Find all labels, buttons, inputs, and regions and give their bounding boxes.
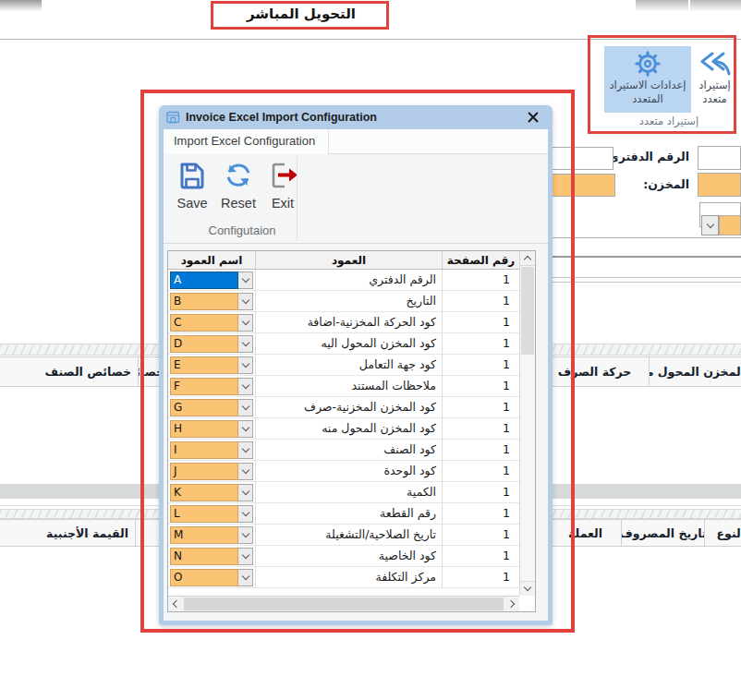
combo-dropdown-button[interactable] [238,399,253,416]
column-name-cell[interactable]: الرقم الدفتري [256,270,443,290]
combo-field[interactable]: G [170,399,238,416]
page-number-cell[interactable]: 1 [443,567,519,587]
combo-dropdown-button[interactable] [701,215,719,235]
column-name-cell[interactable]: تاريخ الصلاحية/التشغيلة [256,525,443,545]
page-number-cell[interactable]: 1 [443,333,519,354]
column-name-cell[interactable]: كود الوحدة [256,461,443,481]
column-letter-combo[interactable]: B [168,291,256,311]
combo-field[interactable]: B [170,293,238,310]
column-letter-combo[interactable]: G [168,397,256,417]
tab-import-excel-configuration[interactable]: Import Excel Configuration [164,129,329,154]
combo-field[interactable]: D [170,335,238,353]
combo-field[interactable]: I [170,441,238,459]
column-name-cell[interactable]: الكمية [256,482,443,502]
header-column-name[interactable]: اسم العمود [168,251,256,269]
combo-dropdown-button[interactable] [238,484,253,501]
column-name-cell[interactable]: مركز التكلفة [256,567,443,587]
page-number-cell[interactable]: 1 [443,355,519,375]
column-header-type[interactable]: النوع [705,520,741,546]
combo-field[interactable]: M [170,526,238,544]
combo-dropdown-button[interactable] [238,293,253,310]
page-number-cell[interactable]: 1 [443,525,519,545]
tab-strip-segment[interactable] [0,0,42,11]
combo-dropdown-button[interactable] [238,463,253,480]
combo-dropdown-button[interactable] [238,335,253,353]
combo-field[interactable]: H [170,420,238,438]
column-letter-combo[interactable]: H [168,418,256,439]
column-header-currency[interactable]: العملة [550,520,622,546]
column-letter-combo[interactable]: A [168,270,256,290]
column-name-cell[interactable]: كود المخزن المحول منه [256,418,443,439]
combo-field[interactable]: C [170,314,238,332]
column-letter-combo[interactable]: M [168,525,256,545]
column-letter-combo[interactable]: F [168,376,256,396]
column-header-transfer-store-from[interactable]: المخزن المحول منه [650,357,741,386]
column-letter-combo[interactable]: O [168,567,256,587]
column-letter-combo[interactable]: E [168,355,256,375]
combo-dropdown-button[interactable] [238,441,253,459]
vertical-scrollbar[interactable] [519,251,535,596]
text-input[interactable] [698,173,741,197]
combo-dropdown-button[interactable] [238,272,253,289]
column-header-foreign-value[interactable]: القيمة الأجنبية [0,520,136,546]
multi-import-button[interactable]: إستيراد متعدد [691,46,738,113]
combo-field[interactable]: F [170,378,238,395]
combo-dropdown-button[interactable] [238,505,253,523]
column-letter-combo[interactable]: L [168,503,256,524]
text-input[interactable] [698,146,741,170]
page-number-cell[interactable]: 1 [443,291,519,311]
column-name-cell[interactable]: كود جهة التعامل [256,355,443,375]
page-number-cell[interactable]: 1 [443,440,519,460]
page-number-cell[interactable]: 1 [443,503,519,524]
combo-field[interactable]: A [170,272,238,289]
column-letter-combo[interactable]: C [168,312,256,332]
column-header-expense-date[interactable]: تاريخ المصروف [622,520,705,546]
combo-dropdown-button[interactable] [238,526,253,544]
tab-strip-segment[interactable] [690,0,741,11]
page-number-cell[interactable]: 1 [443,546,519,566]
column-header-issue-movement[interactable]: حركة الصرف [541,357,650,386]
close-icon[interactable] [526,110,541,125]
column-name-cell[interactable]: التاريخ [256,291,443,311]
combo-field[interactable]: L [170,505,238,523]
column-name-cell[interactable]: كود الصنف [256,440,443,460]
combo-field[interactable] [719,215,741,235]
page-number-cell[interactable]: 1 [443,270,519,290]
scrollbar-thumb[interactable] [184,597,504,610]
store-input[interactable] [552,174,615,197]
combo-field[interactable]: N [170,548,238,565]
column-letter-combo[interactable]: K [168,482,256,502]
page-number-cell[interactable]: 1 [443,418,519,439]
horizontal-scrollbar[interactable] [168,596,519,611]
column-name-cell[interactable]: رقم القطعة [256,503,443,524]
scroll-down-button[interactable] [520,581,535,596]
combo-dropdown-button[interactable] [238,569,253,586]
import-settings-button[interactable]: إعدادات الاستيراد المتعدد [604,46,691,113]
page-number-cell[interactable]: 1 [443,397,519,417]
page-number-cell[interactable]: 1 [443,482,519,502]
column-letter-combo[interactable]: I [168,440,256,460]
dialog-titlebar[interactable]: Invoice Excel Import Configuration [164,105,548,129]
combo-dropdown-button[interactable] [238,314,253,332]
column-name-cell[interactable]: ملاحظات المستند [256,376,443,396]
tab-direct-transfer[interactable]: التحويل المباشر [215,0,387,28]
page-number-cell[interactable]: 1 [443,461,519,481]
combo-field[interactable]: O [170,569,238,586]
book-number-input[interactable] [552,147,613,170]
reset-button[interactable]: Reset [216,161,261,211]
column-letter-combo[interactable]: N [168,546,256,566]
combo-dropdown-button[interactable] [238,548,253,565]
column-name-cell[interactable]: كود المخزن المخزنية-صرف [256,397,443,417]
column-name-cell[interactable]: كود المخزن المحول اليه [256,333,443,354]
scroll-left-button[interactable] [168,597,183,611]
column-letter-combo[interactable]: D [168,333,256,354]
combo-dropdown-button[interactable] [238,420,253,438]
column-name-cell[interactable]: كود الحركة المخزنية-اضافة [256,312,443,332]
tab-strip-segment[interactable] [636,0,688,11]
header-page-number[interactable]: رقم الصفحة [443,251,519,269]
page-number-cell[interactable]: 1 [443,376,519,396]
scrollbar-thumb[interactable] [521,267,534,355]
scroll-right-button[interactable] [504,597,519,611]
combo-field[interactable]: J [170,463,238,480]
page-number-cell[interactable]: 1 [443,312,519,332]
